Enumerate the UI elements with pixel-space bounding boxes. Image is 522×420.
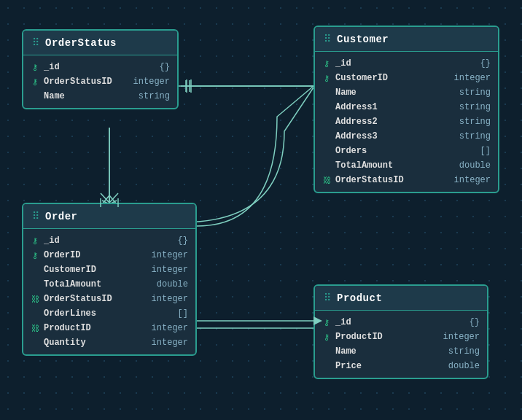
grid-icon: ⠿	[32, 36, 39, 49]
table-row: ⚷ OrderID integer	[23, 248, 195, 262]
table-row: ⛓ OrderStatusID integer	[23, 292, 195, 306]
entity-orderstatus-body: ⚷ _id {} ⚷ OrderStatusID integer Name st…	[23, 55, 177, 108]
key-icon: ⚷	[321, 318, 332, 327]
grid-icon: ⠿	[32, 210, 39, 222]
table-row: Quantity integer	[23, 335, 195, 350]
table-row: TotalAmount double	[315, 158, 498, 173]
entity-customer: ⠿ Customer ⚷ _id {} ⚷ CustomerID integer…	[313, 26, 499, 193]
table-row: ⚷ _id {}	[23, 60, 177, 74]
entity-customer-title: Customer	[337, 34, 389, 45]
table-row: ⛓ ProductID integer	[23, 321, 195, 335]
table-row: Price double	[315, 359, 487, 373]
entity-orderstatus-title: OrderStatus	[45, 37, 117, 49]
entity-order-body: ⚷ _id {} ⚷ OrderID integer CustomerID in…	[23, 229, 195, 354]
grid-icon: ⠿	[324, 292, 331, 304]
table-row: ⛓ OrderStatusID integer	[315, 173, 498, 187]
table-row: ⚷ OrderStatusID integer	[23, 74, 177, 89]
key-icon: ⚷	[29, 63, 41, 72]
link-icon: ⛓	[29, 295, 41, 304]
key-icon: ⚷	[321, 74, 332, 83]
entity-customer-header: ⠿ Customer	[315, 27, 498, 52]
table-row: TotalAmount double	[23, 277, 195, 292]
key-icon: ⚷	[321, 332, 332, 342]
entity-product-title: Product	[337, 292, 382, 304]
table-row: Address2 string	[315, 114, 498, 129]
table-row: Orders []	[315, 144, 498, 158]
svg-line-8	[101, 193, 109, 203]
table-row: ⚷ ProductID integer	[315, 330, 487, 344]
key-icon: ⚷	[29, 236, 41, 246]
table-row: OrderLines []	[23, 306, 195, 321]
link-icon: ⛓	[321, 176, 332, 185]
entity-product-header: ⠿ Product	[315, 286, 487, 311]
entity-customer-body: ⚷ _id {} ⚷ CustomerID integer Name strin…	[315, 52, 498, 192]
table-row: ⚷ _id {}	[315, 315, 487, 330]
entity-product: ⠿ Product ⚷ _id {} ⚷ ProductID integer N…	[313, 284, 488, 379]
svg-line-9	[109, 193, 118, 203]
table-row: ⚷ CustomerID integer	[315, 71, 498, 85]
table-row: Name string	[315, 344, 487, 359]
table-row: CustomerID integer	[23, 262, 195, 277]
table-row: ⚷ _id {}	[315, 56, 498, 71]
table-row: Address3 string	[315, 129, 498, 144]
entity-order-title: Order	[45, 211, 78, 222]
entity-product-body: ⚷ _id {} ⚷ ProductID integer Name string…	[315, 311, 487, 378]
entity-order-header: ⠿ Order	[23, 204, 195, 229]
table-row: Name string	[315, 85, 498, 100]
table-row: ⚷ _id {}	[23, 233, 195, 248]
table-row: Address1 string	[315, 100, 498, 114]
entity-orderstatus-header: ⠿ OrderStatus	[23, 31, 177, 55]
table-row: Name string	[23, 89, 177, 104]
link-icon: ⛓	[29, 324, 41, 333]
key-icon: ⚷	[29, 77, 41, 87]
key-icon: ⚷	[29, 251, 41, 260]
grid-icon: ⠿	[324, 33, 331, 45]
entity-orderstatus: ⠿ OrderStatus ⚷ _id {} ⚷ OrderStatusID i…	[22, 29, 179, 109]
key-icon: ⚷	[321, 59, 332, 69]
entity-order: ⠿ Order ⚷ _id {} ⚷ OrderID integer Custo…	[22, 203, 197, 356]
